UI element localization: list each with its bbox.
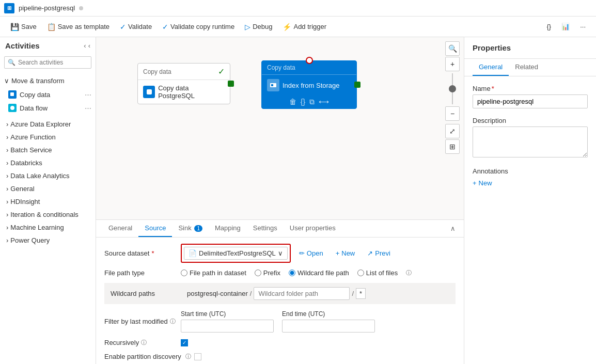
more-button[interactable]: ··· — [576, 21, 590, 33]
panel-collapse-btn[interactable]: ∧ — [448, 223, 458, 234]
tab-settings-label: Settings — [253, 224, 277, 232]
name-label: Name * — [473, 85, 588, 92]
canvas-grid-btn[interactable]: ⊞ — [445, 139, 460, 154]
radio-prefix[interactable]: Prefix — [255, 269, 280, 277]
radio-list-of-files[interactable]: List of files — [357, 269, 398, 277]
tab-sink[interactable]: Sink 1 — [172, 220, 208, 237]
add-annotation-btn[interactable]: + New — [473, 179, 588, 187]
azure-data-explorer-label: Azure Data Explorer — [10, 120, 71, 128]
pipeline-canvas[interactable]: Copy data ✓ Copy data PostgreSQL — [96, 37, 464, 219]
wildcard-paths-label: Wildcard paths — [111, 290, 183, 297]
radio-prefix-input[interactable] — [255, 270, 261, 276]
data-flow-copy-icon[interactable]: ⋯ — [85, 104, 91, 112]
start-time-input[interactable] — [181, 320, 274, 333]
canvas-zoom-in-btn[interactable]: + — [445, 57, 460, 71]
sidebar-item-data-lake-analytics[interactable]: › Data Lake Analytics — [0, 169, 96, 182]
radio-wildcard-input[interactable] — [289, 270, 295, 276]
chevron-right-icon3: › — [6, 146, 8, 154]
name-input[interactable] — [473, 94, 588, 108]
sidebar-item-azure-data-explorer[interactable]: › Azure Data Explorer — [0, 118, 96, 131]
tab-mapping-label: Mapping — [215, 224, 241, 232]
node-link-btn[interactable]: ⟷ — [319, 98, 329, 106]
sidebar-item-hdinsight[interactable]: › HDInsight — [0, 195, 96, 208]
main-layout: Activities ‹ ‹ 🔍 ∨ Move & transform — [0, 37, 596, 364]
end-time-group: End time (UTC) — [282, 310, 375, 333]
canvas-fit-btn[interactable]: ⤢ — [445, 124, 460, 138]
partition-checkbox[interactable] — [194, 353, 201, 360]
tab-mapping[interactable]: Mapping — [209, 220, 247, 237]
recursively-row: Recursively ⓘ ✓ — [104, 339, 456, 346]
debug-button[interactable]: ▷ Debug — [241, 21, 276, 33]
sidebar-header: Activities ‹ ‹ — [0, 37, 96, 54]
sidebar-item-power-query[interactable]: › Power Query — [0, 234, 96, 247]
sidebar-item-azure-function[interactable]: › Azure Function — [0, 131, 96, 144]
copy-data-icon — [8, 90, 17, 99]
node-code-btn[interactable]: {} — [301, 98, 305, 106]
unsaved-indicator — [79, 6, 83, 10]
partition-info-icon[interactable]: ⓘ — [185, 353, 191, 360]
radio-list-input[interactable] — [357, 270, 364, 276]
dataset-select[interactable]: 📄 DelimitedTextPostgreSQL ∨ — [184, 247, 288, 260]
tab-user-properties[interactable]: User properties — [284, 220, 342, 237]
preview-data-btn[interactable]: ↗ Previ — [363, 247, 395, 259]
radio-file-path-dataset[interactable]: File path in dataset — [181, 269, 246, 277]
save-template-button[interactable]: 📋 Save as template — [43, 21, 114, 33]
annotations-label: Annotations — [473, 167, 588, 175]
tab-user-properties-label: User properties — [290, 224, 336, 232]
data-lake-analytics-label: Data Lake Analytics — [10, 172, 69, 180]
trigger-icon: ⚡ — [283, 23, 291, 31]
sidebar-item-databricks[interactable]: › Databricks — [0, 156, 96, 169]
chevron-left2-icon[interactable]: ‹ — [88, 42, 90, 50]
add-trigger-button[interactable]: ⚡ Add trigger — [278, 21, 331, 33]
tab-source-label: Source — [145, 224, 166, 232]
validate-button[interactable]: ✓ Validate — [116, 21, 156, 33]
copy-data-actions: ⋯ — [85, 91, 91, 99]
code-view-button[interactable]: {} — [542, 21, 555, 33]
toolbar-right: {} 📊 ··· — [542, 21, 590, 33]
radio-file-path-input[interactable] — [181, 270, 187, 276]
props-tab-related[interactable]: Related — [509, 59, 544, 76]
monitor-button[interactable]: 📊 — [557, 21, 574, 33]
copy-icon[interactable]: ⋯ — [85, 91, 91, 99]
sidebar-item-machine-learning[interactable]: › Machine Learning — [0, 221, 96, 234]
canvas-zoom-out-btn[interactable]: − — [445, 106, 460, 121]
databricks-label: Databricks — [10, 159, 42, 167]
node-action-buttons: 🗑 {} ⧉ ⟷ — [262, 96, 356, 108]
sidebar-collapse-controls[interactable]: ‹ ‹ — [84, 42, 90, 50]
sidebar-section-header-move-transform[interactable]: ∨ Move & transform — [0, 75, 96, 87]
sidebar-item-iteration-conditionals[interactable]: › Iteration & conditionals — [0, 208, 96, 221]
end-time-input[interactable] — [282, 320, 375, 333]
chevron-right-icon4: › — [6, 159, 8, 167]
sidebar-item-data-flow[interactable]: Data flow ⋯ — [0, 101, 96, 115]
radio-wildcard-file-path[interactable]: Wildcard file path — [289, 269, 349, 277]
chevron-down-icon: ∨ — [4, 77, 9, 85]
filter-info-icon[interactable]: ⓘ — [170, 318, 176, 325]
name-label-text: Name — [473, 85, 491, 92]
tab-source[interactable]: Source — [138, 220, 172, 237]
node-copy-btn[interactable]: ⧉ — [309, 98, 315, 106]
sidebar-item-copy-data[interactable]: Copy data ⋯ — [0, 88, 96, 101]
recursively-info-icon[interactable]: ⓘ — [141, 339, 147, 346]
search-activities-input[interactable] — [4, 56, 91, 69]
recursively-checkbox[interactable]: ✓ — [181, 339, 188, 346]
validate-copy-runtime-button[interactable]: ✓ Validate copy runtime — [158, 21, 239, 33]
tab-general[interactable]: General — [102, 220, 138, 237]
props-tab-general[interactable]: General — [473, 59, 509, 76]
node-delete-btn[interactable]: 🗑 — [289, 98, 296, 106]
canvas-zoom-slider[interactable] — [452, 73, 453, 104]
chevron-left-icon[interactable]: ‹ — [84, 42, 86, 50]
sidebar-title: Activities — [5, 41, 40, 50]
description-textarea[interactable] — [473, 126, 588, 157]
sidebar-item-general[interactable]: › General — [0, 182, 96, 195]
tab-settings[interactable]: Settings — [247, 220, 284, 237]
sidebar-item-batch-service[interactable]: › Batch Service — [0, 144, 96, 156]
node-copy-postgresql[interactable]: Copy data ✓ Copy data PostgreSQL — [137, 63, 230, 104]
chevron-right-icon9: › — [6, 224, 8, 231]
canvas-search-btn[interactable]: 🔍 — [445, 41, 460, 56]
node-index-storage[interactable]: Copy data Index from Storage — [261, 60, 357, 109]
wildcard-folder-input[interactable] — [254, 287, 350, 300]
save-button[interactable]: 💾 Save — [6, 21, 41, 33]
open-dataset-btn[interactable]: ✏ Open — [295, 247, 327, 259]
file-path-info-icon[interactable]: ⓘ — [406, 269, 412, 277]
new-dataset-btn[interactable]: + New — [332, 247, 359, 259]
